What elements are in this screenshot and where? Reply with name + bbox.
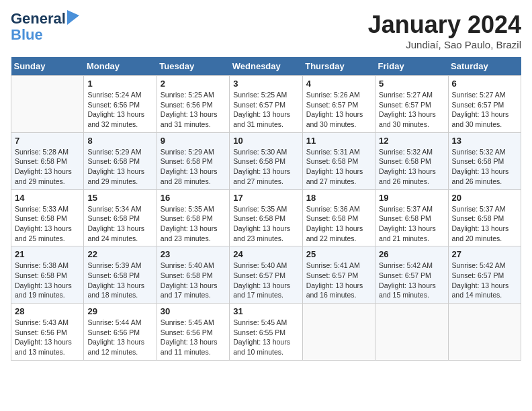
logo: General Blue <box>11 11 79 43</box>
day-number: 13 <box>452 136 517 146</box>
calendar-week: 7Sunrise: 5:28 AMSunset: 6:58 PMDaylight… <box>11 132 521 189</box>
day-number: 19 <box>379 193 444 203</box>
day-number: 8 <box>87 136 152 146</box>
calendar-day: 7Sunrise: 5:28 AMSunset: 6:58 PMDaylight… <box>11 132 84 189</box>
day-number: 20 <box>452 193 517 203</box>
day-number: 11 <box>306 136 371 146</box>
day-number: 30 <box>161 306 226 316</box>
day-detail: Sunrise: 5:40 AMSunset: 6:58 PMDaylight:… <box>161 261 226 300</box>
day-number: 1 <box>87 79 152 89</box>
calendar-day: 13Sunrise: 5:32 AMSunset: 6:58 PMDayligh… <box>448 132 521 189</box>
calendar-day: 8Sunrise: 5:29 AMSunset: 6:58 PMDaylight… <box>84 132 157 189</box>
calendar-table: SundayMondayTuesdayWednesdayThursdayFrid… <box>11 57 521 361</box>
calendar-day: 4Sunrise: 5:26 AMSunset: 6:57 PMDaylight… <box>302 76 375 133</box>
calendar-day <box>375 304 448 361</box>
calendar-day: 6Sunrise: 5:27 AMSunset: 6:57 PMDaylight… <box>448 76 521 133</box>
day-number: 10 <box>233 136 298 146</box>
day-number: 12 <box>379 136 444 146</box>
calendar-day: 9Sunrise: 5:29 AMSunset: 6:58 PMDaylight… <box>157 132 229 189</box>
day-detail: Sunrise: 5:37 AMSunset: 6:58 PMDaylight:… <box>452 204 517 244</box>
calendar-day: 29Sunrise: 5:44 AMSunset: 6:56 PMDayligh… <box>84 304 157 361</box>
day-detail: Sunrise: 5:27 AMSunset: 6:57 PMDaylight:… <box>452 90 517 130</box>
calendar-day: 31Sunrise: 5:45 AMSunset: 6:55 PMDayligh… <box>230 304 302 361</box>
calendar-day: 21Sunrise: 5:38 AMSunset: 6:58 PMDayligh… <box>11 246 84 304</box>
calendar-week: 14Sunrise: 5:33 AMSunset: 6:58 PMDayligh… <box>11 189 521 246</box>
day-detail: Sunrise: 5:42 AMSunset: 6:57 PMDaylight:… <box>379 261 444 300</box>
day-number: 17 <box>233 193 298 203</box>
title-block: January 2024 Jundiaí, Sao Paulo, Brazil <box>368 11 521 50</box>
calendar-day: 2Sunrise: 5:25 AMSunset: 6:56 PMDaylight… <box>157 76 229 133</box>
calendar-day: 3Sunrise: 5:25 AMSunset: 6:57 PMDaylight… <box>230 76 302 133</box>
day-number: 26 <box>379 249 444 259</box>
dow-header: Friday <box>375 57 448 76</box>
calendar-week: 1Sunrise: 5:24 AMSunset: 6:56 PMDaylight… <box>11 76 521 133</box>
day-number: 24 <box>233 249 298 259</box>
calendar-day: 30Sunrise: 5:45 AMSunset: 6:56 PMDayligh… <box>157 304 229 361</box>
day-detail: Sunrise: 5:25 AMSunset: 6:56 PMDaylight:… <box>161 90 226 130</box>
day-number: 21 <box>15 249 80 259</box>
day-detail: Sunrise: 5:44 AMSunset: 6:56 PMDaylight:… <box>87 318 152 357</box>
dow-header: Monday <box>84 57 157 76</box>
day-detail: Sunrise: 5:32 AMSunset: 6:58 PMDaylight:… <box>452 147 517 187</box>
day-detail: Sunrise: 5:34 AMSunset: 6:58 PMDaylight:… <box>87 204 152 244</box>
calendar-day: 11Sunrise: 5:31 AMSunset: 6:58 PMDayligh… <box>302 132 375 189</box>
calendar-day: 24Sunrise: 5:40 AMSunset: 6:57 PMDayligh… <box>230 246 302 304</box>
day-number: 23 <box>161 249 226 259</box>
calendar-day: 5Sunrise: 5:27 AMSunset: 6:57 PMDaylight… <box>375 76 448 133</box>
calendar-day: 15Sunrise: 5:34 AMSunset: 6:58 PMDayligh… <box>84 189 157 246</box>
day-detail: Sunrise: 5:45 AMSunset: 6:55 PMDaylight:… <box>233 318 298 357</box>
calendar-day <box>448 304 521 361</box>
svg-marker-0 <box>67 10 79 25</box>
logo-text-line1: General <box>11 11 66 27</box>
dow-header: Saturday <box>448 57 521 76</box>
calendar-day: 14Sunrise: 5:33 AMSunset: 6:58 PMDayligh… <box>11 189 84 246</box>
day-number: 29 <box>87 306 152 316</box>
calendar-day: 23Sunrise: 5:40 AMSunset: 6:58 PMDayligh… <box>157 246 229 304</box>
day-number: 6 <box>452 79 517 89</box>
day-number: 9 <box>161 136 226 146</box>
dow-header: Tuesday <box>157 57 229 76</box>
calendar-day: 28Sunrise: 5:43 AMSunset: 6:56 PMDayligh… <box>11 304 84 361</box>
calendar-day: 19Sunrise: 5:37 AMSunset: 6:58 PMDayligh… <box>375 189 448 246</box>
day-number: 31 <box>233 306 298 316</box>
logo-icon <box>67 10 79 25</box>
page-header: General Blue January 2024 Jundiaí, Sao P… <box>11 11 521 50</box>
day-number: 22 <box>87 249 152 259</box>
dow-header: Wednesday <box>230 57 302 76</box>
calendar-day: 26Sunrise: 5:42 AMSunset: 6:57 PMDayligh… <box>375 246 448 304</box>
day-detail: Sunrise: 5:30 AMSunset: 6:58 PMDaylight:… <box>233 147 298 187</box>
day-detail: Sunrise: 5:35 AMSunset: 6:58 PMDaylight:… <box>161 204 226 244</box>
calendar-week: 28Sunrise: 5:43 AMSunset: 6:56 PMDayligh… <box>11 304 521 361</box>
calendar-day <box>302 304 375 361</box>
day-detail: Sunrise: 5:31 AMSunset: 6:58 PMDaylight:… <box>306 147 371 187</box>
day-number: 7 <box>15 136 80 146</box>
calendar-body: 1Sunrise: 5:24 AMSunset: 6:56 PMDaylight… <box>11 76 521 361</box>
day-detail: Sunrise: 5:37 AMSunset: 6:58 PMDaylight:… <box>379 204 444 244</box>
day-detail: Sunrise: 5:26 AMSunset: 6:57 PMDaylight:… <box>306 90 371 130</box>
calendar-week: 21Sunrise: 5:38 AMSunset: 6:58 PMDayligh… <box>11 246 521 304</box>
calendar-day: 1Sunrise: 5:24 AMSunset: 6:56 PMDaylight… <box>84 76 157 133</box>
dow-header: Thursday <box>302 57 375 76</box>
day-detail: Sunrise: 5:41 AMSunset: 6:57 PMDaylight:… <box>306 261 371 300</box>
calendar-day: 12Sunrise: 5:32 AMSunset: 6:58 PMDayligh… <box>375 132 448 189</box>
day-number: 15 <box>87 193 152 203</box>
calendar-day: 22Sunrise: 5:39 AMSunset: 6:58 PMDayligh… <box>84 246 157 304</box>
day-detail: Sunrise: 5:45 AMSunset: 6:56 PMDaylight:… <box>161 318 226 357</box>
day-detail: Sunrise: 5:25 AMSunset: 6:57 PMDaylight:… <box>233 90 298 130</box>
calendar-day: 16Sunrise: 5:35 AMSunset: 6:58 PMDayligh… <box>157 189 229 246</box>
day-detail: Sunrise: 5:32 AMSunset: 6:58 PMDaylight:… <box>379 147 444 187</box>
day-detail: Sunrise: 5:27 AMSunset: 6:57 PMDaylight:… <box>379 90 444 130</box>
day-number: 4 <box>306 79 371 89</box>
day-number: 2 <box>161 79 226 89</box>
days-of-week-row: SundayMondayTuesdayWednesdayThursdayFrid… <box>11 57 521 76</box>
day-detail: Sunrise: 5:40 AMSunset: 6:57 PMDaylight:… <box>233 261 298 300</box>
day-number: 27 <box>452 249 517 259</box>
day-detail: Sunrise: 5:33 AMSunset: 6:58 PMDaylight:… <box>15 204 80 244</box>
day-detail: Sunrise: 5:29 AMSunset: 6:58 PMDaylight:… <box>87 147 152 187</box>
location-subtitle: Jundiaí, Sao Paulo, Brazil <box>368 39 521 50</box>
day-number: 5 <box>379 79 444 89</box>
calendar-day: 18Sunrise: 5:36 AMSunset: 6:58 PMDayligh… <box>302 189 375 246</box>
day-detail: Sunrise: 5:42 AMSunset: 6:57 PMDaylight:… <box>452 261 517 300</box>
calendar-day: 20Sunrise: 5:37 AMSunset: 6:58 PMDayligh… <box>448 189 521 246</box>
day-number: 14 <box>15 193 80 203</box>
